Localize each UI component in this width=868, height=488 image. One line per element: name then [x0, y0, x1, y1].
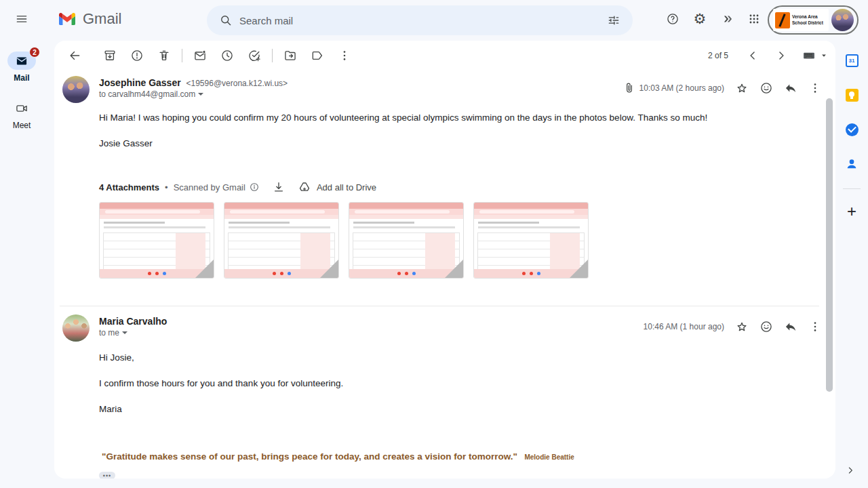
reply-icon — [784, 81, 797, 95]
gmail-logo[interactable]: Gmail — [57, 5, 121, 33]
attachments-count: 4 Attachments — [99, 182, 159, 192]
newer-button[interactable] — [739, 42, 766, 69]
thread-pagination: 2 of 5 — [708, 51, 728, 60]
more-vert-icon — [808, 81, 822, 95]
mail-icon — [15, 54, 28, 68]
main-menu-button[interactable] — [8, 5, 35, 33]
topbar-actions: ⚙ — [659, 5, 768, 33]
add-all-to-drive-button[interactable]: Add all to Drive — [298, 180, 376, 194]
help-button[interactable] — [659, 5, 686, 33]
settings-button[interactable]: ⚙ — [686, 5, 713, 33]
sender-avatar[interactable] — [62, 314, 90, 342]
reply-icon — [784, 320, 797, 333]
fold-corner — [320, 260, 338, 278]
older-button[interactable] — [768, 42, 795, 69]
archive-button[interactable] — [96, 42, 123, 69]
download-icon — [272, 180, 285, 194]
report-spam-icon — [130, 49, 144, 62]
reply-button-icon[interactable] — [778, 314, 803, 339]
scrollbar-thumb[interactable] — [826, 98, 833, 392]
trash-icon — [157, 49, 171, 62]
mail-label: Mail — [14, 73, 29, 83]
label-icon — [311, 49, 324, 62]
more-message-button[interactable] — [803, 314, 827, 339]
calendar-panel-button[interactable]: 31 — [840, 48, 864, 73]
delete-button[interactable] — [151, 42, 178, 69]
download-all-button[interactable] — [272, 180, 285, 194]
mail-unread-badge: 2 — [29, 47, 40, 58]
message-1-meta: 10:03 AM (2 hours ago) — [623, 76, 827, 100]
calendar-icon: 31 — [846, 54, 859, 67]
body-paragraph: Josie Gasser — [99, 138, 819, 148]
search-bar[interactable] — [207, 5, 633, 35]
dot-separator: • — [165, 182, 168, 192]
chevron-right-icon — [774, 49, 788, 62]
show-trimmed-content-button[interactable]: ••• — [99, 472, 115, 479]
star-button[interactable] — [730, 314, 754, 339]
input-tools-button[interactable] — [800, 49, 829, 62]
search-options-button[interactable] — [600, 7, 627, 34]
workspace-button[interactable] — [713, 5, 741, 33]
gear-icon: ⚙ — [694, 12, 707, 26]
move-to-button[interactable] — [277, 42, 304, 69]
star-button[interactable] — [730, 76, 754, 100]
attachment-thumbnail-4[interactable] — [473, 202, 589, 279]
gmail-wordmark: Gmail — [83, 10, 121, 28]
message-timestamp: 10:03 AM (2 hours ago) — [639, 83, 724, 93]
mark-unread-button[interactable] — [186, 42, 214, 69]
thread-view: 2 of 5 Josephine Gasser — [54, 41, 835, 479]
message-2-who: Maria Carvalho to me — [99, 314, 167, 338]
recipient-details-button[interactable]: to carvalhm44@gmail.com — [99, 89, 288, 99]
recipient-details-button[interactable]: to me — [99, 328, 167, 338]
gmail-app: Gmail ⚙ — [0, 0, 868, 488]
snooze-button[interactable] — [214, 42, 241, 69]
sender-avatar[interactable] — [62, 76, 90, 103]
tasks-panel-button[interactable] — [840, 117, 864, 142]
fold-corner — [195, 260, 214, 278]
chevron-left-icon — [746, 49, 760, 62]
attachment-thumbnail-3[interactable] — [349, 202, 464, 279]
rail-divider — [843, 188, 861, 189]
attachment-thumbnail-1[interactable] — [99, 202, 214, 279]
account-button[interactable]: Verona Area School District — [768, 5, 859, 35]
get-addons-button[interactable]: + — [840, 199, 864, 224]
mark-unread-icon — [193, 49, 207, 62]
sender-email: <19596@verona.k12.wi.us> — [186, 79, 288, 88]
more-toolbar-button[interactable] — [331, 42, 358, 69]
google-apps-button[interactable] — [741, 5, 768, 33]
attachment-thumbnail-2[interactable] — [224, 202, 339, 279]
message-1: Josephine Gasser <19596@verona.k12.wi.us… — [54, 70, 835, 306]
report-spam-button[interactable] — [123, 42, 151, 69]
back-button[interactable] — [61, 42, 88, 69]
info-icon[interactable] — [249, 180, 260, 194]
emoji-reaction-button[interactable] — [754, 314, 778, 339]
body-paragraph: I confirm those hours for you and thank … — [99, 378, 819, 388]
tune-icon — [607, 14, 620, 27]
fold-corner — [570, 260, 588, 278]
more-message-button[interactable] — [803, 76, 827, 100]
archive-icon — [103, 49, 117, 62]
attachments-header: 4 Attachments • Scanned by Gmail Add all… — [54, 164, 835, 194]
reply-button-icon[interactable] — [778, 76, 803, 100]
signature-quote: "Gratitude makes sense of our past, brin… — [54, 430, 835, 462]
message-2-body: Hi Josie, I confirm those hours for you … — [54, 342, 835, 414]
search-button[interactable] — [212, 7, 239, 34]
message-1-body: Hi Maria! I was hoping you could confirm… — [54, 103, 835, 148]
sidebar-item-mail[interactable]: 2 Mail — [7, 52, 36, 83]
message-2-header: Maria Carvalho to me 10:46 AM (1 hour ag… — [54, 306, 835, 342]
add-to-tasks-button[interactable] — [241, 42, 268, 69]
labels-button[interactable] — [304, 42, 331, 69]
toolbar-divider — [182, 49, 182, 62]
paperclip-icon — [623, 81, 635, 95]
emoji-reaction-button[interactable] — [754, 76, 778, 100]
scanned-label: Scanned by Gmail — [174, 180, 260, 194]
body-paragraph: Maria — [99, 404, 819, 414]
keep-panel-button[interactable] — [840, 83, 864, 107]
sidebar-item-meet[interactable]: Meet — [7, 99, 36, 130]
search-icon — [219, 14, 233, 27]
add-task-icon — [248, 49, 261, 62]
show-side-panel-button[interactable] — [842, 462, 859, 479]
search-input[interactable] — [239, 15, 600, 26]
contacts-panel-button[interactable] — [840, 152, 864, 176]
keyboard-icon — [800, 49, 818, 62]
